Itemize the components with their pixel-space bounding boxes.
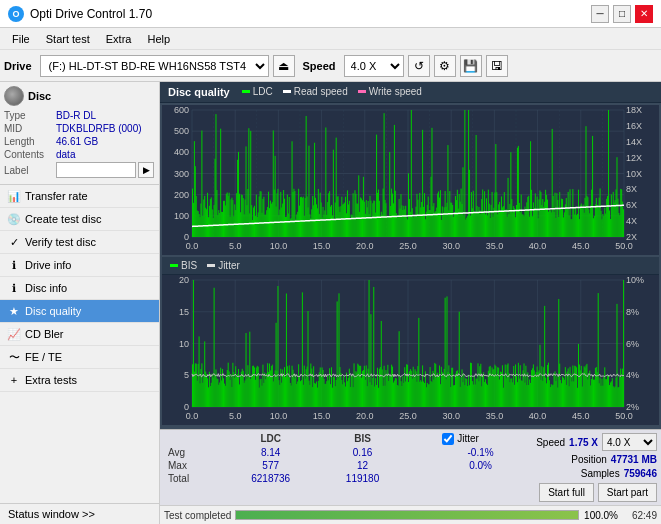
- eject-button[interactable]: ⏏: [273, 55, 295, 77]
- legend-write-speed: Write speed: [358, 86, 422, 97]
- chart-title: Disc quality: [168, 86, 230, 98]
- minimize-button[interactable]: ─: [591, 5, 609, 23]
- disc-icon: [4, 86, 24, 106]
- write-speed-legend-label: Write speed: [369, 86, 422, 97]
- disc-header: Disc: [4, 86, 155, 106]
- extra-tests-icon: +: [8, 374, 20, 386]
- max-jitter: 0.0%: [434, 459, 527, 472]
- menu-file[interactable]: File: [4, 31, 38, 47]
- nav-verify-test-disc-label: Verify test disc: [25, 236, 96, 248]
- bis-legend-label: BIS: [181, 260, 197, 271]
- create-test-disc-icon: 💿: [8, 213, 20, 225]
- title-bar-controls: ─ □ ✕: [591, 5, 653, 23]
- disc-mid-label: MID: [4, 123, 56, 134]
- bottom-chart-canvas: [162, 275, 659, 425]
- drive-select[interactable]: (F:) HL-DT-ST BD-RE WH16NS58 TST4: [40, 55, 269, 77]
- nav-transfer-rate[interactable]: 📊 Transfer rate: [0, 185, 159, 208]
- total-bis: 119180: [319, 472, 406, 485]
- refresh-button[interactable]: ↺: [408, 55, 430, 77]
- disc-type-row: Type BD-R DL: [4, 110, 155, 121]
- avg-jitter: -0.1%: [434, 446, 527, 459]
- config-button1[interactable]: ⚙: [434, 55, 456, 77]
- nav-extra-tests-label: Extra tests: [25, 374, 77, 386]
- jitter-checkbox[interactable]: [442, 433, 454, 445]
- bis-legend-color: [170, 264, 178, 267]
- progress-bar-area: Test completed 100.0% 62:49: [160, 505, 661, 524]
- disc-section-title: Disc: [28, 90, 51, 102]
- progress-percent: 100.0%: [583, 510, 618, 521]
- samples-label: Samples: [581, 468, 620, 479]
- stats-table: LDC BIS Jitter Avg 8.14 0.16: [164, 432, 527, 485]
- status-window-label: Status window >>: [8, 508, 95, 520]
- stats-max-row: Max 577 12 0.0%: [164, 459, 527, 472]
- nav-disc-info[interactable]: ℹ Disc info: [0, 277, 159, 300]
- nav-extra-tests[interactable]: + Extra tests: [0, 369, 159, 392]
- start-full-button[interactable]: Start full: [539, 483, 594, 502]
- nav-disc-info-label: Disc info: [25, 282, 67, 294]
- nav-cd-bler[interactable]: 📈 CD Bler: [0, 323, 159, 346]
- cd-bler-icon: 📈: [8, 328, 20, 340]
- nav-drive-info-label: Drive info: [25, 259, 71, 271]
- config-button2[interactable]: 💾: [460, 55, 482, 77]
- menu-bar: File Start test Extra Help: [0, 28, 661, 50]
- progress-status-label: Test completed: [164, 510, 231, 521]
- avg-label: Avg: [164, 446, 222, 459]
- avg-ldc: 8.14: [222, 446, 319, 459]
- app-title: Opti Drive Control 1.70: [30, 7, 152, 21]
- speed-dropdown[interactable]: 4.0 X: [602, 433, 657, 451]
- disc-label-input[interactable]: [56, 162, 136, 178]
- bottom-chart: [162, 275, 659, 425]
- position-row: Position 47731 MB: [571, 454, 657, 465]
- disc-length-value: 46.61 GB: [56, 136, 98, 147]
- drive-info-icon: ℹ: [8, 259, 20, 271]
- toolbar: Drive (F:) HL-DT-ST BD-RE WH16NS58 TST4 …: [0, 50, 661, 82]
- main-layout: Disc Type BD-R DL MID TDKBLDRFB (000) Le…: [0, 82, 661, 524]
- close-button[interactable]: ✕: [635, 5, 653, 23]
- nav-cd-bler-label: CD Bler: [25, 328, 64, 340]
- nav-verify-test-disc[interactable]: ✓ Verify test disc: [0, 231, 159, 254]
- disc-length-row: Length 46.61 GB: [4, 136, 155, 147]
- maximize-button[interactable]: □: [613, 5, 631, 23]
- legend-read-speed: Read speed: [283, 86, 348, 97]
- disc-type-label: Type: [4, 110, 56, 121]
- disc-length-label: Length: [4, 136, 56, 147]
- position-label: Position: [571, 454, 607, 465]
- bis-col-header: BIS: [319, 432, 406, 446]
- samples-row: Samples 759646: [581, 468, 657, 479]
- disc-contents-label: Contents: [4, 149, 56, 160]
- max-bis: 12: [319, 459, 406, 472]
- speed-label: Speed: [303, 60, 336, 72]
- sidebar: Disc Type BD-R DL MID TDKBLDRFB (000) Le…: [0, 82, 160, 524]
- title-bar-left: O Opti Drive Control 1.70: [8, 6, 152, 22]
- ldc-legend-color: [242, 90, 250, 93]
- stats-right: Speed 1.75 X 4.0 X Position 47731 MB Sam…: [531, 430, 661, 505]
- jitter-check-label: Jitter: [457, 433, 479, 444]
- progress-track: [235, 510, 579, 520]
- ldc-col-header: LDC: [222, 432, 319, 446]
- menu-extra[interactable]: Extra: [98, 31, 140, 47]
- disc-quality-icon: ★: [8, 305, 20, 317]
- save-button[interactable]: 🖫: [486, 55, 508, 77]
- menu-start-test[interactable]: Start test: [38, 31, 98, 47]
- start-part-button[interactable]: Start part: [598, 483, 657, 502]
- nav-drive-info[interactable]: ℹ Drive info: [0, 254, 159, 277]
- disc-label-button[interactable]: ▶: [138, 162, 154, 178]
- nav-disc-quality[interactable]: ★ Disc quality: [0, 300, 159, 323]
- nav-disc-quality-label: Disc quality: [25, 305, 81, 317]
- nav-fe-te[interactable]: 〜 FE / TE: [0, 346, 159, 369]
- disc-mid-value: TDKBLDRFB (000): [56, 123, 142, 134]
- menu-help[interactable]: Help: [139, 31, 178, 47]
- legend-ldc: LDC: [242, 86, 273, 97]
- bottom-stats: LDC BIS Jitter Avg 8.14 0.16: [160, 429, 661, 505]
- progress-fill: [236, 511, 578, 519]
- progress-time: 62:49: [622, 510, 657, 521]
- speed-select[interactable]: 4.0 X: [344, 55, 404, 77]
- legend-jitter: Jitter: [207, 260, 240, 271]
- total-label: Total: [164, 472, 222, 485]
- status-window-button[interactable]: Status window >>: [0, 503, 159, 524]
- transfer-rate-icon: 📊: [8, 190, 20, 202]
- disc-panel: Disc Type BD-R DL MID TDKBLDRFB (000) Le…: [0, 82, 159, 185]
- nav-create-test-disc[interactable]: 💿 Create test disc: [0, 208, 159, 231]
- action-buttons: Start full Start part: [539, 483, 657, 502]
- title-bar: O Opti Drive Control 1.70 ─ □ ✕: [0, 0, 661, 28]
